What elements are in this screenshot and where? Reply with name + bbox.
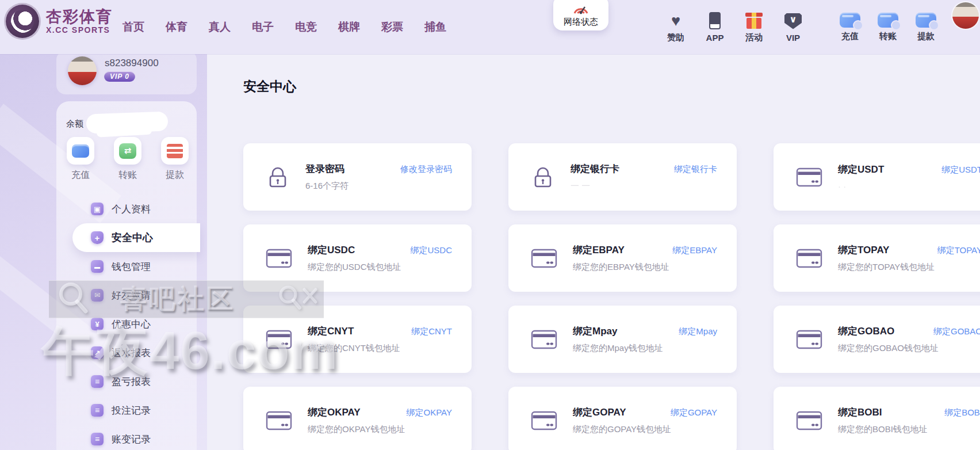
vip-icon — [784, 12, 802, 29]
network-status-bubble[interactable]: 网络状态 — [553, 0, 608, 30]
vip-badge: VIP 0 — [104, 71, 135, 82]
topbar-action[interactable]: VIP — [779, 12, 807, 43]
withdraw-atm-icon — [161, 137, 189, 165]
bank-card-icon — [530, 409, 558, 432]
nav-item[interactable]: 电子 — [252, 20, 274, 35]
sidebar-quick-action[interactable]: 提款 — [156, 137, 193, 181]
balance-label: 余额 — [66, 119, 83, 129]
nav-item[interactable]: 首页 — [122, 20, 144, 35]
card-title: 绑定BOBI — [838, 406, 882, 419]
security-cards-grid: 登录密码 修改登录密码 6-16个字符 绑定银行卡 — [243, 143, 980, 450]
card-action-link[interactable]: 绑定Mpay — [679, 326, 717, 337]
card-action-link[interactable]: 绑定TOPAY — [937, 245, 980, 256]
security-card: 绑定EBPAY 绑定EBPAY 绑定您的EBPAY钱包地址 — [508, 224, 737, 292]
sidebar-menu-item[interactable]: 优惠中心 — [56, 310, 197, 338]
transfer-arrows-icon — [114, 137, 141, 165]
sidebar-menu-item[interactable]: 盈亏报表 — [56, 367, 197, 396]
topbar-action[interactable]: 活动 — [740, 12, 768, 43]
wallet-action-label: 提款 — [917, 31, 935, 42]
topbar-action-label: VIP — [786, 33, 800, 43]
nav-item[interactable]: 捕鱼 — [424, 20, 446, 35]
topbar-action[interactable]: 赞助 — [662, 12, 690, 43]
quick-action-label: 提款 — [166, 169, 184, 181]
card-action-link[interactable]: 绑定BOBI — [944, 407, 980, 418]
brand-name: 杏彩体育 — [46, 8, 113, 25]
sidebar-item-label: 盈亏报表 — [112, 375, 151, 388]
topbar-action[interactable]: APP — [701, 12, 729, 43]
bank-card-icon — [530, 328, 558, 351]
wallet-icon — [91, 260, 104, 273]
account-record-icon — [91, 433, 104, 445]
card-subtitle: 绑定您的OKPAY钱包地址 — [308, 424, 452, 435]
brand-logo-icon — [6, 5, 39, 38]
nav-item[interactable]: 电竞 — [295, 20, 317, 35]
topbar-action-label: 赞助 — [667, 32, 684, 43]
card-action-link[interactable]: 绑定USDT — [941, 165, 980, 176]
sidebar-item-label: 安全中心 — [112, 231, 153, 245]
lock-icon — [265, 165, 290, 190]
wallet-action-label: 充值 — [841, 31, 859, 42]
security-card: 绑定GOBAO 绑定GOBAO 绑定您的GOBAO钱包地址 — [774, 306, 980, 373]
card-action-link[interactable]: 绑定EBPAY — [672, 245, 717, 256]
security-card: 绑定USDT 绑定USDT · · — [774, 143, 980, 211]
bank-card-icon — [530, 247, 558, 270]
brand[interactable]: 杏彩体育 X.CC SPORTS — [6, 5, 113, 38]
sidebar-quick-action[interactable]: 充值 — [62, 137, 99, 181]
card-subtitle: 绑定您的CNYT钱包地址 — [308, 343, 452, 354]
card-subtitle: 绑定您的GOBAO钱包地址 — [838, 343, 980, 354]
profit-report-icon — [91, 375, 104, 388]
card-title: 绑定TOPAY — [838, 243, 889, 257]
sidebar-menu-item[interactable]: 安全中心 — [72, 223, 200, 252]
sidebar-item-label: 账变记录 — [112, 433, 151, 446]
sidebar-item-label: 优惠中心 — [112, 318, 151, 331]
invite-icon — [91, 289, 104, 302]
rebate-icon — [91, 346, 104, 359]
security-shield-icon — [91, 231, 104, 244]
card-action-link[interactable]: 绑定USDC — [410, 245, 452, 256]
wallet-action-label: 转账 — [879, 31, 897, 42]
card-title: 绑定USDC — [308, 243, 355, 257]
topbar-actions: 赞助 APP 活动 VIP — [662, 0, 807, 54]
app-window: 杏彩体育 X.CC SPORTS 首页 体育 真人 电子 电竞 棋牌 彩票 捕鱼… — [0, 0, 980, 450]
sidebar-menu-item[interactable]: 账变记录 — [56, 425, 197, 450]
user-avatar[interactable] — [952, 2, 979, 29]
card-subtitle: 6-16个字符 — [305, 181, 452, 192]
card-action-link[interactable]: 绑定CNYT — [411, 326, 452, 337]
wallet-action[interactable]: 转账 — [873, 13, 903, 42]
nav-item[interactable]: 真人 — [209, 20, 231, 35]
sidebar-menu-item[interactable]: 投注记录 — [56, 396, 197, 425]
sidebar-quick-action[interactable]: 转账 — [109, 137, 146, 181]
promo-icon — [91, 318, 104, 330]
card-title: 绑定OKPAY — [308, 406, 361, 419]
lock-icon — [530, 165, 556, 190]
sidebar-menu-item[interactable]: 返水报表 — [56, 338, 197, 367]
sidebar-item-label: 返水报表 — [112, 346, 151, 360]
nav-item[interactable]: 体育 — [166, 20, 187, 35]
card-action-link[interactable]: 绑定银行卡 — [674, 164, 717, 175]
sidebar-menu-item[interactable]: 个人资料 — [56, 195, 197, 223]
sidebar-menu-item[interactable]: 好友邀请 — [56, 281, 197, 310]
quick-action-label: 充值 — [71, 169, 90, 181]
sidebar-avatar[interactable] — [68, 56, 97, 85]
gift-icon — [747, 12, 761, 29]
security-card: 绑定BOBI 绑定BOBI 绑定您的BOBI钱包地址 — [774, 387, 980, 450]
bank-card-icon — [795, 166, 823, 189]
card-title: 绑定GOBAO — [838, 325, 894, 338]
security-card: 绑定TOPAY 绑定TOPAY 绑定您的TOPAY钱包地址 — [774, 224, 980, 292]
wallet-action[interactable]: 充值 — [835, 13, 865, 42]
card-action-link[interactable]: 绑定GOBAO — [933, 326, 980, 337]
card-title: 登录密码 — [305, 162, 344, 176]
card-subtitle: 绑定您的EBPAY钱包地址 — [573, 262, 717, 273]
nav-item[interactable]: 彩票 — [381, 20, 403, 35]
nav-item[interactable]: 棋牌 — [338, 20, 360, 35]
card-action-link[interactable]: 绑定OKPAY — [407, 407, 452, 418]
card-action-link[interactable]: 修改登录密码 — [400, 164, 452, 175]
card-subtitle: 绑定您的USDC钱包地址 — [308, 262, 452, 273]
wallet-actions: 充值 转账 提款 — [835, 0, 941, 54]
card-subtitle: 绑定您的BOBI钱包地址 — [838, 424, 980, 435]
card-title: 绑定Mpay — [573, 325, 617, 338]
sidebar-item-label: 好友邀请 — [112, 289, 151, 302]
sidebar-menu-item[interactable]: 钱包管理 — [56, 252, 197, 281]
wallet-action[interactable]: 提款 — [911, 13, 941, 42]
card-action-link[interactable]: 绑定GOPAY — [671, 407, 717, 418]
